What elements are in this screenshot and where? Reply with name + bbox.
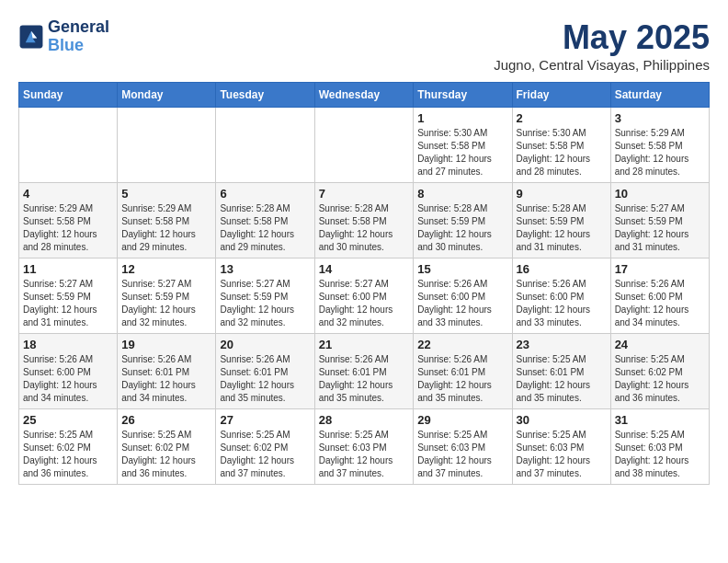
day-cell: 3Sunrise: 5:29 AM Sunset: 5:58 PM Daylig… [610, 108, 709, 183]
day-info: Sunrise: 5:25 AM Sunset: 6:02 PM Dayligh… [23, 429, 113, 480]
logo-icon [18, 24, 44, 50]
weekday-header-saturday: Saturday [610, 83, 709, 108]
day-cell: 24Sunrise: 5:25 AM Sunset: 6:02 PM Dayli… [610, 334, 709, 409]
subtitle: Jugno, Central Visayas, Philippines [494, 57, 710, 73]
logo: General Blue [18, 18, 109, 55]
day-info: Sunrise: 5:27 AM Sunset: 5:59 PM Dayligh… [220, 278, 310, 329]
day-cell [314, 108, 414, 183]
day-info: Sunrise: 5:25 AM Sunset: 6:03 PM Dayligh… [417, 429, 507, 480]
day-number: 20 [220, 338, 310, 351]
day-info: Sunrise: 5:27 AM Sunset: 5:59 PM Dayligh… [615, 202, 705, 254]
day-cell: 23Sunrise: 5:25 AM Sunset: 6:01 PM Dayli… [512, 334, 610, 409]
day-number: 14 [319, 262, 410, 276]
day-info: Sunrise: 5:27 AM Sunset: 6:00 PM Dayligh… [319, 278, 410, 329]
day-number: 1 [417, 111, 507, 125]
day-info: Sunrise: 5:26 AM Sunset: 6:01 PM Dayligh… [319, 353, 410, 405]
day-cell: 6Sunrise: 5:28 AM Sunset: 5:58 PM Daylig… [216, 183, 314, 259]
day-info: Sunrise: 5:25 AM Sunset: 6:03 PM Dayligh… [517, 429, 607, 480]
day-info: Sunrise: 5:27 AM Sunset: 5:59 PM Dayligh… [121, 278, 211, 329]
day-cell: 29Sunrise: 5:25 AM Sunset: 6:03 PM Dayli… [414, 409, 512, 485]
day-number: 23 [517, 338, 607, 351]
day-cell: 17Sunrise: 5:26 AM Sunset: 6:00 PM Dayli… [610, 259, 709, 334]
day-cell: 10Sunrise: 5:27 AM Sunset: 5:59 PM Dayli… [610, 183, 709, 259]
day-info: Sunrise: 5:26 AM Sunset: 6:00 PM Dayligh… [23, 353, 113, 405]
day-info: Sunrise: 5:26 AM Sunset: 6:00 PM Dayligh… [517, 278, 607, 329]
day-cell: 20Sunrise: 5:26 AM Sunset: 6:01 PM Dayli… [216, 334, 314, 409]
weekday-header-row: SundayMondayTuesdayWednesdayThursdayFrid… [19, 83, 710, 108]
day-cell: 31Sunrise: 5:25 AM Sunset: 6:03 PM Dayli… [610, 409, 709, 485]
week-row-5: 25Sunrise: 5:25 AM Sunset: 6:02 PM Dayli… [19, 409, 710, 485]
day-info: Sunrise: 5:29 AM Sunset: 5:58 PM Dayligh… [121, 202, 211, 254]
day-info: Sunrise: 5:27 AM Sunset: 5:59 PM Dayligh… [23, 278, 113, 329]
day-info: Sunrise: 5:30 AM Sunset: 5:58 PM Dayligh… [517, 127, 607, 178]
day-info: Sunrise: 5:28 AM Sunset: 5:58 PM Dayligh… [220, 202, 310, 254]
day-number: 17 [615, 262, 705, 276]
day-info: Sunrise: 5:25 AM Sunset: 6:02 PM Dayligh… [220, 429, 310, 480]
day-number: 21 [319, 338, 410, 351]
day-cell: 4Sunrise: 5:29 AM Sunset: 5:58 PM Daylig… [19, 183, 118, 259]
title-area: May 2025 Jugno, Central Visayas, Philipp… [494, 18, 710, 73]
day-cell: 26Sunrise: 5:25 AM Sunset: 6:02 PM Dayli… [118, 409, 216, 485]
page-header: General Blue May 2025 Jugno, Central Vis… [18, 18, 710, 73]
day-cell: 13Sunrise: 5:27 AM Sunset: 5:59 PM Dayli… [216, 259, 314, 334]
day-cell: 7Sunrise: 5:28 AM Sunset: 5:58 PM Daylig… [314, 183, 414, 259]
day-number: 11 [23, 262, 113, 276]
day-number: 8 [417, 187, 507, 201]
day-cell: 15Sunrise: 5:26 AM Sunset: 6:00 PM Dayli… [414, 259, 512, 334]
day-info: Sunrise: 5:26 AM Sunset: 6:01 PM Dayligh… [220, 353, 310, 405]
weekday-header-sunday: Sunday [19, 83, 118, 108]
day-info: Sunrise: 5:25 AM Sunset: 6:03 PM Dayligh… [319, 429, 410, 480]
day-cell: 9Sunrise: 5:28 AM Sunset: 5:59 PM Daylig… [512, 183, 610, 259]
logo-text: General Blue [48, 18, 109, 55]
day-number: 19 [121, 338, 211, 351]
day-number: 4 [23, 187, 113, 201]
weekday-header-tuesday: Tuesday [216, 83, 314, 108]
day-number: 15 [417, 262, 507, 276]
day-info: Sunrise: 5:28 AM Sunset: 5:59 PM Dayligh… [417, 202, 507, 254]
day-cell: 2Sunrise: 5:30 AM Sunset: 5:58 PM Daylig… [512, 108, 610, 183]
day-number: 24 [615, 338, 705, 351]
day-number: 6 [220, 187, 310, 201]
day-number: 12 [121, 262, 211, 276]
main-title: May 2025 [494, 18, 710, 57]
day-number: 9 [517, 187, 607, 201]
day-info: Sunrise: 5:28 AM Sunset: 5:58 PM Dayligh… [319, 202, 410, 254]
week-row-4: 18Sunrise: 5:26 AM Sunset: 6:00 PM Dayli… [19, 334, 710, 409]
day-info: Sunrise: 5:25 AM Sunset: 6:03 PM Dayligh… [615, 429, 705, 480]
day-cell: 27Sunrise: 5:25 AM Sunset: 6:02 PM Dayli… [216, 409, 314, 485]
day-cell: 11Sunrise: 5:27 AM Sunset: 5:59 PM Dayli… [19, 259, 118, 334]
day-cell: 25Sunrise: 5:25 AM Sunset: 6:02 PM Dayli… [19, 409, 118, 485]
weekday-header-thursday: Thursday [414, 83, 512, 108]
day-cell: 12Sunrise: 5:27 AM Sunset: 5:59 PM Dayli… [118, 259, 216, 334]
week-row-3: 11Sunrise: 5:27 AM Sunset: 5:59 PM Dayli… [19, 259, 710, 334]
day-number: 30 [517, 413, 607, 427]
day-cell: 16Sunrise: 5:26 AM Sunset: 6:00 PM Dayli… [512, 259, 610, 334]
day-number: 28 [319, 413, 410, 427]
day-cell: 21Sunrise: 5:26 AM Sunset: 6:01 PM Dayli… [314, 334, 414, 409]
weekday-header-friday: Friday [512, 83, 610, 108]
day-cell: 28Sunrise: 5:25 AM Sunset: 6:03 PM Dayli… [314, 409, 414, 485]
day-number: 5 [121, 187, 211, 201]
day-number: 25 [23, 413, 113, 427]
day-number: 13 [220, 262, 310, 276]
day-number: 10 [615, 187, 705, 201]
day-number: 16 [517, 262, 607, 276]
day-info: Sunrise: 5:25 AM Sunset: 6:02 PM Dayligh… [121, 429, 211, 480]
day-cell: 14Sunrise: 5:27 AM Sunset: 6:00 PM Dayli… [314, 259, 414, 334]
day-info: Sunrise: 5:26 AM Sunset: 6:01 PM Dayligh… [417, 353, 507, 405]
day-info: Sunrise: 5:29 AM Sunset: 5:58 PM Dayligh… [615, 127, 705, 178]
day-number: 2 [517, 111, 607, 125]
day-number: 3 [615, 111, 705, 125]
day-info: Sunrise: 5:30 AM Sunset: 5:58 PM Dayligh… [417, 127, 507, 178]
weekday-header-monday: Monday [118, 83, 216, 108]
day-cell [118, 108, 216, 183]
day-cell: 8Sunrise: 5:28 AM Sunset: 5:59 PM Daylig… [414, 183, 512, 259]
calendar-table: SundayMondayTuesdayWednesdayThursdayFrid… [18, 82, 710, 485]
day-cell [216, 108, 314, 183]
day-number: 22 [417, 338, 507, 351]
day-cell: 1Sunrise: 5:30 AM Sunset: 5:58 PM Daylig… [414, 108, 512, 183]
day-number: 26 [121, 413, 211, 427]
week-row-2: 4Sunrise: 5:29 AM Sunset: 5:58 PM Daylig… [19, 183, 710, 259]
day-info: Sunrise: 5:26 AM Sunset: 6:00 PM Dayligh… [615, 278, 705, 329]
day-cell: 5Sunrise: 5:29 AM Sunset: 5:58 PM Daylig… [118, 183, 216, 259]
